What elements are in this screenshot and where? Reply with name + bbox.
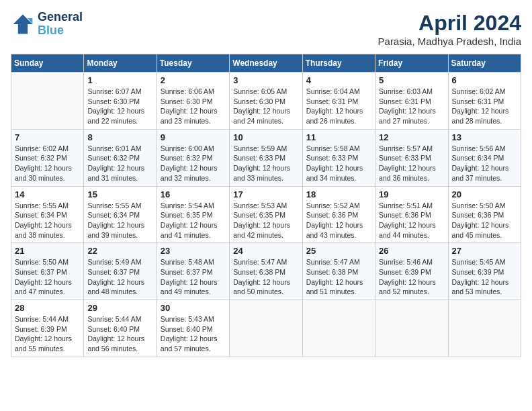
calendar-cell: 25Sunrise: 5:47 AM Sunset: 6:38 PM Dayli… <box>302 243 375 300</box>
calendar-cell <box>302 300 375 357</box>
day-info: Sunrise: 5:47 AM Sunset: 6:38 PM Dayligh… <box>306 257 371 297</box>
day-number: 27 <box>452 246 517 256</box>
calendar-cell: 20Sunrise: 5:50 AM Sunset: 6:36 PM Dayli… <box>448 186 521 243</box>
day-number: 30 <box>161 303 226 313</box>
day-number: 2 <box>161 75 226 85</box>
day-info: Sunrise: 6:02 AM Sunset: 6:32 PM Dayligh… <box>15 144 80 183</box>
day-info: Sunrise: 5:44 AM Sunset: 6:39 PM Dayligh… <box>15 314 80 354</box>
calendar-cell: 14Sunrise: 5:55 AM Sunset: 6:34 PM Dayli… <box>11 186 84 243</box>
title-block: April 2024 Parasia, Madhya Pradesh, Indi… <box>378 11 521 47</box>
calendar-cell: 6Sunrise: 6:02 AM Sunset: 6:31 PM Daylig… <box>448 73 521 130</box>
weekday-header-friday: Friday <box>375 54 448 73</box>
weekday-header-wednesday: Wednesday <box>230 54 302 73</box>
day-info: Sunrise: 5:58 AM Sunset: 6:33 PM Dayligh… <box>306 144 371 183</box>
page-header: General Blue April 2024 Parasia, Madhya … <box>11 11 521 47</box>
day-info: Sunrise: 6:03 AM Sunset: 6:31 PM Dayligh… <box>379 87 444 126</box>
day-info: Sunrise: 6:07 AM Sunset: 6:30 PM Dayligh… <box>87 87 152 126</box>
week-row-4: 21Sunrise: 5:50 AM Sunset: 6:37 PM Dayli… <box>11 243 521 300</box>
day-number: 18 <box>306 189 371 199</box>
calendar-cell: 17Sunrise: 5:53 AM Sunset: 6:35 PM Dayli… <box>230 186 302 243</box>
day-number: 13 <box>452 132 517 142</box>
calendar-cell <box>230 300 302 357</box>
weekday-header-saturday: Saturday <box>448 54 521 73</box>
calendar-cell: 26Sunrise: 5:46 AM Sunset: 6:39 PM Dayli… <box>375 243 448 300</box>
day-number: 23 <box>161 246 226 256</box>
day-number: 7 <box>15 132 80 142</box>
calendar-cell <box>11 73 84 130</box>
day-number: 20 <box>452 189 517 199</box>
day-info: Sunrise: 5:51 AM Sunset: 6:36 PM Dayligh… <box>379 201 444 240</box>
calendar-cell <box>448 300 521 357</box>
day-info: Sunrise: 6:04 AM Sunset: 6:31 PM Dayligh… <box>306 87 371 126</box>
day-number: 26 <box>379 246 444 256</box>
day-info: Sunrise: 6:05 AM Sunset: 6:30 PM Dayligh… <box>233 87 298 126</box>
day-info: Sunrise: 5:57 AM Sunset: 6:33 PM Dayligh… <box>379 144 444 183</box>
day-info: Sunrise: 5:43 AM Sunset: 6:40 PM Dayligh… <box>161 314 226 354</box>
calendar-cell: 9Sunrise: 6:00 AM Sunset: 6:32 PM Daylig… <box>157 129 229 186</box>
day-number: 5 <box>379 75 444 85</box>
day-number: 11 <box>306 132 371 142</box>
day-info: Sunrise: 6:00 AM Sunset: 6:32 PM Dayligh… <box>161 144 226 183</box>
calendar-cell: 21Sunrise: 5:50 AM Sunset: 6:37 PM Dayli… <box>11 243 84 300</box>
weekday-header-sunday: Sunday <box>11 54 84 73</box>
svg-marker-0 <box>13 14 33 34</box>
calendar-cell: 12Sunrise: 5:57 AM Sunset: 6:33 PM Dayli… <box>375 129 448 186</box>
calendar-cell: 28Sunrise: 5:44 AM Sunset: 6:39 PM Dayli… <box>11 300 84 357</box>
calendar-cell: 3Sunrise: 6:05 AM Sunset: 6:30 PM Daylig… <box>230 73 302 130</box>
day-info: Sunrise: 5:53 AM Sunset: 6:35 PM Dayligh… <box>233 201 298 240</box>
day-number: 17 <box>233 189 298 199</box>
day-number: 3 <box>233 75 298 85</box>
calendar-cell: 4Sunrise: 6:04 AM Sunset: 6:31 PM Daylig… <box>302 73 375 130</box>
calendar-cell: 24Sunrise: 5:47 AM Sunset: 6:38 PM Dayli… <box>230 243 302 300</box>
day-info: Sunrise: 5:44 AM Sunset: 6:40 PM Dayligh… <box>87 314 152 354</box>
weekday-header-monday: Monday <box>84 54 157 73</box>
day-info: Sunrise: 5:47 AM Sunset: 6:38 PM Dayligh… <box>233 257 298 297</box>
weekday-header-tuesday: Tuesday <box>157 54 229 73</box>
calendar-cell: 18Sunrise: 5:52 AM Sunset: 6:36 PM Dayli… <box>302 186 375 243</box>
day-info: Sunrise: 5:50 AM Sunset: 6:36 PM Dayligh… <box>452 201 517 240</box>
day-info: Sunrise: 5:55 AM Sunset: 6:34 PM Dayligh… <box>87 201 152 240</box>
day-info: Sunrise: 5:50 AM Sunset: 6:37 PM Dayligh… <box>15 257 80 297</box>
day-info: Sunrise: 5:46 AM Sunset: 6:39 PM Dayligh… <box>379 257 444 297</box>
calendar-cell: 7Sunrise: 6:02 AM Sunset: 6:32 PM Daylig… <box>11 129 84 186</box>
day-number: 10 <box>233 132 298 142</box>
calendar-cell: 23Sunrise: 5:48 AM Sunset: 6:37 PM Dayli… <box>157 243 229 300</box>
day-info: Sunrise: 5:45 AM Sunset: 6:39 PM Dayligh… <box>452 257 517 297</box>
day-number: 15 <box>87 189 152 199</box>
calendar-cell: 29Sunrise: 5:44 AM Sunset: 6:40 PM Dayli… <box>84 300 157 357</box>
day-number: 9 <box>161 132 226 142</box>
calendar-cell: 27Sunrise: 5:45 AM Sunset: 6:39 PM Dayli… <box>448 243 521 300</box>
calendar-cell: 5Sunrise: 6:03 AM Sunset: 6:31 PM Daylig… <box>375 73 448 130</box>
calendar-cell: 13Sunrise: 5:56 AM Sunset: 6:34 PM Dayli… <box>448 129 521 186</box>
day-info: Sunrise: 6:01 AM Sunset: 6:32 PM Dayligh… <box>87 144 152 183</box>
logo: General Blue <box>11 11 83 38</box>
day-number: 21 <box>15 246 80 256</box>
day-number: 8 <box>87 132 152 142</box>
day-number: 25 <box>306 246 371 256</box>
calendar-cell <box>375 300 448 357</box>
day-info: Sunrise: 5:55 AM Sunset: 6:34 PM Dayligh… <box>15 201 80 240</box>
day-number: 4 <box>306 75 371 85</box>
logo-text: General Blue <box>38 11 83 38</box>
day-info: Sunrise: 6:06 AM Sunset: 6:30 PM Dayligh… <box>161 87 226 126</box>
day-number: 24 <box>233 246 298 256</box>
month-year: April 2024 <box>378 11 521 36</box>
day-number: 19 <box>379 189 444 199</box>
day-number: 12 <box>379 132 444 142</box>
weekday-header-row: SundayMondayTuesdayWednesdayThursdayFrid… <box>11 54 521 73</box>
logo-icon <box>11 12 35 36</box>
calendar-cell: 16Sunrise: 5:54 AM Sunset: 6:35 PM Dayli… <box>157 186 229 243</box>
calendar-cell: 1Sunrise: 6:07 AM Sunset: 6:30 PM Daylig… <box>84 73 157 130</box>
day-info: Sunrise: 6:02 AM Sunset: 6:31 PM Dayligh… <box>452 87 517 126</box>
day-number: 22 <box>87 246 152 256</box>
calendar-cell: 10Sunrise: 5:59 AM Sunset: 6:33 PM Dayli… <box>230 129 302 186</box>
calendar-table: SundayMondayTuesdayWednesdayThursdayFrid… <box>11 54 521 357</box>
day-number: 28 <box>15 303 80 313</box>
day-number: 29 <box>87 303 152 313</box>
calendar-cell: 22Sunrise: 5:49 AM Sunset: 6:37 PM Dayli… <box>84 243 157 300</box>
calendar-cell: 11Sunrise: 5:58 AM Sunset: 6:33 PM Dayli… <box>302 129 375 186</box>
week-row-3: 14Sunrise: 5:55 AM Sunset: 6:34 PM Dayli… <box>11 186 521 243</box>
week-row-5: 28Sunrise: 5:44 AM Sunset: 6:39 PM Dayli… <box>11 300 521 357</box>
day-info: Sunrise: 5:54 AM Sunset: 6:35 PM Dayligh… <box>161 201 226 240</box>
day-number: 14 <box>15 189 80 199</box>
